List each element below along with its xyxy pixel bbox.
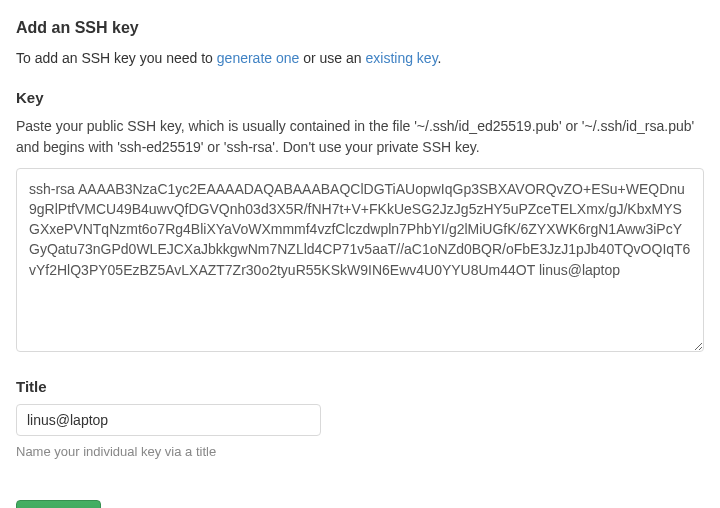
ssh-key-textarea[interactable]: ssh-rsa AAAAB3NzaC1yc2EAAAADAQABAAABAQCl… — [16, 168, 704, 352]
generate-one-link[interactable]: generate one — [217, 50, 300, 66]
intro-middle: or use an — [299, 50, 365, 66]
key-help-text: Paste your public SSH key, which is usua… — [16, 116, 704, 158]
intro-suffix: . — [438, 50, 442, 66]
existing-key-link[interactable]: existing key — [366, 50, 438, 66]
intro-text: To add an SSH key you need to generate o… — [16, 48, 704, 69]
page-title: Add an SSH key — [16, 16, 704, 40]
intro-prefix: To add an SSH key you need to — [16, 50, 217, 66]
title-label: Title — [16, 376, 704, 399]
title-input[interactable] — [16, 404, 321, 436]
key-label: Key — [16, 87, 704, 110]
title-hint: Name your individual key via a title — [16, 442, 704, 462]
add-key-button[interactable]: Add key — [16, 500, 101, 508]
